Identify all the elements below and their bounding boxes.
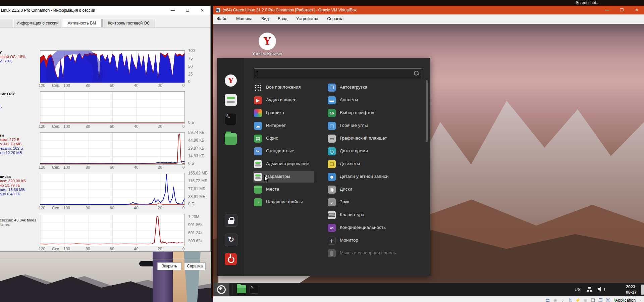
fonts-icon: ab [328,109,336,117]
display-icon[interactable]: ❑ [590,297,596,302]
cinnamon-start-menu: Y $_ ↻ Все приложения ▶ А [217,58,430,276]
vm-titlebar[interactable]: (x64) Green Linux 21.2.0 Pro Cinnamon [Р… [213,6,644,14]
category-preferences[interactable]: Параметры [253,171,314,183]
all-apps-grid-icon [254,84,262,92]
app-disks[interactable]: ◉ Диски [327,184,424,195]
autostart-icon: ❐ [328,84,336,92]
network-adapter-icon[interactable]: ⇅ [567,297,573,302]
app-font-selection[interactable]: ab Выбор шрифтов [327,107,424,119]
optical-disk-icon[interactable]: ◉ [552,297,558,302]
tab-vm-activity[interactable]: Активность ВМ [62,19,102,27]
cinnamon-menu-button[interactable] [213,283,229,296]
category-all-applications[interactable]: Все приложения [253,82,314,93]
search-input[interactable] [254,68,422,78]
yandex-browser-icon[interactable]: Y [225,74,237,87]
app-keyboard[interactable]: ⌨ Клавиатура [327,209,424,221]
vm-exits-x-axis: 120 Сек. 100 80 60 40 20 0 [40,247,184,252]
resize-grip[interactable]: ⋰ [638,298,643,302]
app-monitor[interactable]: ✛ Монитор [327,235,424,246]
menu-file[interactable]: Файл [213,14,231,21]
virtualbox-watermark-icon [46,50,103,83]
graphics-icon [254,109,262,117]
seamless-mode-icon[interactable]: ❒ [597,297,603,302]
tab-guest-control[interactable]: Контроль гостевой ОС [102,19,155,27]
text-caret [257,70,257,76]
app-privacy[interactable]: ∞ Конфиденциальность [327,222,424,234]
tray-date: 2023-08-17 [626,284,637,295]
tab-session-info[interactable]: Информация о сессии [14,19,61,27]
tab-configuration[interactable]: Конфигурации [0,19,13,27]
audio-icon[interactable]: ♪ [560,297,566,302]
logout-icon[interactable]: ↻ [225,234,237,246]
close-button[interactable]: ✕ [629,6,644,14]
lock-screen-icon[interactable] [225,214,237,227]
clock-applet[interactable]: 2023-08-17 21:31 [626,284,637,296]
shared-folders-icon[interactable]: ▣ [582,297,588,302]
network-tray-icon[interactable] [587,287,592,292]
category-places[interactable]: Места [253,184,314,195]
app-graphics-tablet[interactable]: ▭ Графический планшет [327,133,424,144]
app-mouse-touchpad[interactable]: Мышь и сенсорная панель [327,248,424,259]
menu-machine[interactable]: Машина [232,14,256,21]
category-audio-video[interactable]: ▶ Аудио и видео [253,95,314,106]
files-icon[interactable] [225,133,237,145]
session-content: Загрузка ЦПУ Нагрузка гостевой ОС: 18% Н… [0,27,210,251]
desklets-icon: ❏ [328,160,336,168]
volume-tray-icon[interactable] [598,287,603,292]
desktop-icon-yandex-browser[interactable]: Y Yandex Browser [246,33,289,56]
app-date-time[interactable]: ◷ Дата и время [327,146,424,157]
taskbar-separator [232,284,232,295]
category-recent-files[interactable]: ◔ Недавние файлы [253,197,314,208]
network-x-axis: 120 Сек. 100 80 60 40 20 0 [40,165,184,170]
app-autostart[interactable]: ❐ Автозагрузка [327,82,424,93]
category-office[interactable]: ▤ Офис [253,133,314,144]
cinnamon-logo-icon [217,285,226,294]
session-window-title: Green Linux 21.2.0 Pro Cinnamon - Информ… [0,8,95,13]
keyboard-layout-indicator[interactable]: US [575,287,581,292]
start-menu-main: Все приложения ▶ Аудио и видео Графика ☁… [244,58,430,276]
minimize-button[interactable]: — [166,6,179,15]
show-desktop-edge[interactable] [641,285,644,295]
statusbar-app-label: Application [615,298,636,302]
category-internet[interactable]: ☁ Интернет [253,120,314,132]
usb-icon[interactable]: ⚡ [575,297,581,302]
close-dialog-button[interactable]: Закрыть [157,262,181,270]
shutdown-icon[interactable] [225,253,237,265]
system-settings-icon[interactable] [225,94,237,106]
menu-scrollbar[interactable] [426,80,428,142]
app-sound[interactable]: ♪ Звук [327,197,424,208]
cpu-graph [40,50,185,83]
close-button[interactable]: ✕ [196,6,209,15]
preferences-icon [254,173,262,181]
virtualbox-icon [216,8,220,12]
maximize-button[interactable]: ❐ [614,6,629,14]
terminal-icon[interactable]: $_ [225,113,237,125]
category-administration[interactable]: Администрирование [253,158,314,170]
menu-view[interactable]: Вид [258,14,273,21]
menu-devices[interactable]: Устройства [292,14,322,21]
privacy-mask-icon: ∞ [328,224,336,232]
tablet-icon: ▭ [328,135,336,143]
vm-menubar: Файл Машина Вид Ввод Устройства Справка [213,14,644,24]
terminal-launcher-icon[interactable]: $_ [250,285,258,294]
hdd-icon[interactable]: ▤ [545,297,551,302]
maximize-button[interactable]: ☐ [181,6,194,15]
session-info-window: Green Linux 21.2.0 Pro Cinnamon - Информ… [0,6,211,252]
vbox-integration-icon[interactable]: Ⓥ [605,297,611,302]
menu-input[interactable]: Ввод [274,14,291,21]
app-desklets[interactable]: ❏ Десклеты [327,158,424,170]
audio-video-icon: ▶ [254,96,262,104]
minimize-button[interactable]: — [600,6,614,14]
app-hot-corners[interactable]: ▢ Горячие углы [327,120,424,132]
disks-icon: ◉ [328,186,336,194]
menu-help[interactable]: Справка [323,14,347,21]
help-button[interactable]: Справка [184,262,206,270]
app-applets[interactable]: ▬ Апплеты [327,95,424,106]
category-graphics[interactable]: Графика [253,107,314,119]
vm-statusbar: ▤ ◉ ♪ ⇅ ⚡ ▣ ❑ ❒ Ⓥ ↻ ⇓ Application ⋰ [213,296,644,302]
session-titlebar[interactable]: Green Linux 21.2.0 Pro Cinnamon - Информ… [0,6,210,15]
host-screenshot-label: Screenshot... [576,0,599,5]
category-accessories[interactable]: ✂ Стандартные [253,146,314,157]
app-account-details[interactable]: ☻ Детали учётной записи [327,171,424,183]
files-launcher-icon[interactable] [237,285,246,293]
